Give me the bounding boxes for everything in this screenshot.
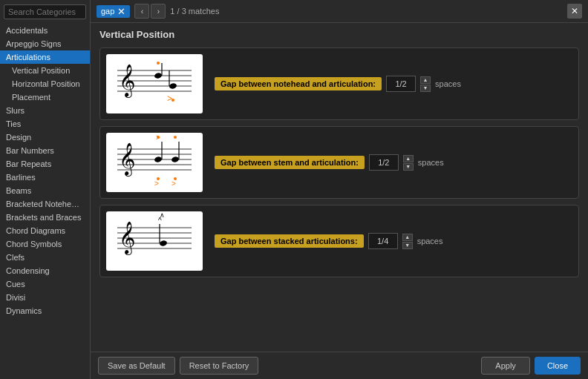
sidebar-list: AccidentalsArpeggio SignsArticulationsVe… (0, 24, 90, 379)
card-3-notation: 𝄞 ^ ∧ (106, 211, 203, 271)
card-2-spinner: ▲ ▼ (403, 155, 414, 171)
card-3: 𝄞 ^ ∧ Gap between stacked articulations:… (99, 205, 579, 277)
svg-text:>: > (172, 179, 176, 188)
card-2-spinner-down[interactable]: ▼ (403, 163, 414, 171)
svg-text:>: > (167, 93, 172, 104)
sidebar-item-divisi[interactable]: Divisi (0, 291, 90, 304)
search-tag-close-icon[interactable]: ✕ (117, 7, 125, 16)
sidebar-item-placement[interactable]: Placement (0, 90, 90, 104)
sidebar: AccidentalsArpeggio SignsArticulationsVe… (0, 0, 91, 379)
svg-text:𝄞: 𝄞 (119, 64, 135, 99)
card-3-label: Gap between stacked articulations: (215, 234, 364, 248)
card-3-unit: spaces (417, 237, 443, 245)
card-2-label: Gap between stem and articulation: (215, 156, 365, 169)
sidebar-item-accidentals[interactable]: Accidentals (0, 24, 90, 37)
card-2-content: Gap between stem and articulation: ▲ ▼ s… (215, 154, 572, 171)
card-1-spinner: ▲ ▼ (420, 76, 431, 92)
sidebar-item-ties[interactable]: Ties (0, 117, 90, 131)
svg-point-19 (154, 156, 162, 162)
sidebar-item-beams[interactable]: Beams (0, 184, 90, 197)
search-tag: gap ✕ (97, 5, 130, 18)
top-close-button[interactable]: ✕ (567, 4, 582, 19)
sidebar-item-bracketed-noteheads[interactable]: Bracketed Noteheads (0, 197, 90, 211)
svg-point-36 (159, 240, 167, 246)
card-1-value-input[interactable] (386, 76, 416, 92)
card-1-spinner-down[interactable]: ▼ (420, 85, 431, 92)
sidebar-item-articulations[interactable]: Articulations (0, 50, 90, 64)
sidebar-item-bar-repeats[interactable]: Bar Repeats (0, 157, 90, 171)
nav-prev-button[interactable]: ‹ (134, 4, 149, 19)
card-1-unit: spaces (435, 79, 461, 88)
save-as-default-button[interactable]: Save as Default (98, 357, 175, 375)
close-button[interactable]: Close (535, 357, 581, 375)
card-3-spinner-down[interactable]: ▼ (402, 242, 413, 249)
sidebar-item-clefs[interactable]: Clefs (0, 251, 90, 264)
search-input[interactable] (4, 4, 86, 19)
sidebar-item-arpeggio-signs[interactable]: Arpeggio Signs (0, 37, 90, 50)
svg-point-6 (154, 72, 162, 79)
reset-to-factory-button[interactable]: Reset to Factory (180, 357, 259, 375)
sidebar-item-chord-diagrams[interactable]: Chord Diagrams (0, 224, 90, 237)
card-3-spinner-up[interactable]: ▲ (402, 234, 413, 241)
svg-point-12 (172, 99, 174, 102)
svg-point-9 (169, 82, 177, 89)
svg-text:>: > (154, 179, 159, 188)
nav-buttons: ‹ › (134, 4, 166, 19)
sidebar-item-brackets-and-braces[interactable]: Brackets and Braces (0, 211, 90, 224)
search-box (0, 0, 90, 24)
cards-area: 𝄞 > G (91, 43, 588, 352)
card-2-spinner-up[interactable]: ▲ (403, 155, 414, 162)
card-2: 𝄞 > (99, 126, 579, 199)
main-content: gap ✕ ‹ › 1 / 3 matches ✕ Vertical Posit… (91, 0, 588, 379)
sidebar-item-barlines[interactable]: Barlines (0, 171, 90, 184)
match-count: 1 / 3 matches (170, 7, 219, 16)
nav-next-button[interactable]: › (151, 4, 166, 19)
sidebar-item-slurs[interactable]: Slurs (0, 104, 90, 117)
sidebar-item-cues[interactable]: Cues (0, 277, 90, 291)
sidebar-item-chord-symbols[interactable]: Chord Symbols (0, 237, 90, 251)
search-tag-text: gap (101, 7, 114, 16)
card-3-content: Gap between stacked articulations: ▲ ▼ s… (215, 233, 572, 249)
svg-point-23 (171, 156, 179, 162)
card-2-notation: 𝄞 > (106, 133, 203, 192)
svg-text:𝄞: 𝄞 (119, 142, 135, 177)
sidebar-item-condensing[interactable]: Condensing (0, 264, 90, 277)
card-1-label: Gap between notehead and articulation: (215, 77, 382, 90)
svg-point-8 (157, 62, 160, 65)
sidebar-item-design[interactable]: Design (0, 131, 90, 144)
card-1-spinner-up[interactable]: ▲ (420, 76, 431, 84)
sidebar-item-vertical-position[interactable]: Vertical Position (0, 64, 90, 77)
card-2-value-input[interactable] (369, 154, 399, 171)
card-1: 𝄞 > G (99, 47, 579, 120)
svg-point-25 (174, 136, 177, 139)
card-2-unit: spaces (418, 158, 444, 167)
section-title: Vertical Position (91, 23, 588, 43)
card-1-notation: 𝄞 > (106, 54, 203, 113)
card-3-spinner: ▲ ▼ (402, 234, 413, 249)
svg-text:∧: ∧ (160, 213, 165, 219)
svg-text:𝄞: 𝄞 (119, 221, 135, 256)
card-1-content: Gap between notehead and articulation: ▲… (215, 76, 572, 92)
apply-button[interactable]: Apply (481, 357, 530, 375)
svg-point-22 (157, 136, 160, 139)
top-bar: gap ✕ ‹ › 1 / 3 matches ✕ (91, 0, 588, 23)
sidebar-item-dynamics[interactable]: Dynamics (0, 304, 90, 317)
bottom-bar: Save as Default Reset to Factory Apply C… (91, 352, 588, 379)
sidebar-item-bar-numbers[interactable]: Bar Numbers (0, 144, 90, 157)
sidebar-item-horizontal-position[interactable]: Horizontal Position (0, 77, 90, 90)
card-3-value-input[interactable] (368, 233, 398, 249)
